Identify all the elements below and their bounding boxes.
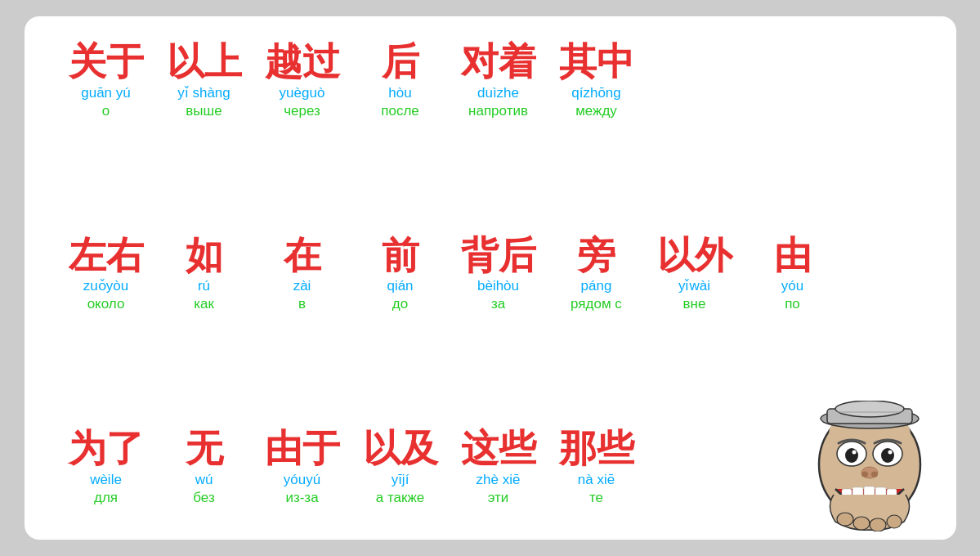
chinese-char: 为了: [69, 428, 144, 469]
word-block-r1-w5: 旁pángрядом с: [548, 235, 646, 314]
pinyin-text: hòu: [388, 84, 411, 102]
chinese-char: 以上: [167, 41, 242, 83]
svg-point-5: [881, 448, 894, 463]
russian-text: за: [491, 295, 505, 313]
pinyin-text: nà xiē: [578, 471, 615, 489]
chinese-char: 以外: [657, 235, 732, 276]
word-block-r2-w5: 那些nà xiēте: [548, 428, 646, 507]
word-block-r2-w4: 这些zhè xiēэти: [450, 428, 548, 507]
russian-text: до: [392, 295, 408, 313]
svg-point-18: [870, 518, 886, 531]
word-block-r0-w5: 其中qízhōngмежду: [548, 41, 646, 120]
word-block-r2-w0: 为了wèileдля: [57, 428, 155, 507]
main-card: 关于guān yúо以上yǐ shàngвыше越过yuèguòчерез后hò…: [25, 16, 956, 540]
chinese-char: 左右: [69, 235, 144, 276]
chinese-char: 关于: [69, 41, 144, 83]
russian-text: около: [87, 295, 125, 313]
word-block-r0-w3: 后hòuпосле: [351, 41, 450, 120]
russian-text: через: [284, 102, 320, 120]
word-block-r1-w2: 在zàiв: [253, 235, 351, 314]
svg-point-10: [871, 472, 878, 478]
word-block-r1-w1: 如rúкак: [155, 235, 253, 314]
row-1: 关于guān yúо以上yǐ shàngвыше越过yuèguòчерез后hò…: [57, 41, 924, 128]
word-block-r1-w6: 以外yǐwàiвне: [646, 235, 744, 314]
russian-text: без: [193, 489, 214, 507]
chinese-char: 越过: [265, 41, 340, 83]
chinese-char: 那些: [559, 428, 634, 469]
svg-point-17: [853, 517, 870, 530]
word-block-r1-w0: 左右zuǒyòuоколо: [57, 235, 155, 314]
russian-text: из-за: [285, 489, 318, 507]
pinyin-text: guān yú: [81, 84, 131, 102]
row-3: 为了wèileдля无wúбез由于yóuyúиз-за以及yījíа такж…: [57, 428, 924, 515]
chinese-char: 背后: [461, 235, 536, 276]
russian-text: а также: [376, 489, 425, 507]
russian-text: рядом с: [571, 295, 622, 313]
row-2: 左右zuǒyòuоколо如rúкак在zàiв前qiánдо背后bèihòuз…: [57, 235, 924, 322]
chinese-char: 其中: [559, 41, 634, 83]
russian-text: эти: [488, 489, 509, 507]
pinyin-text: yóu: [781, 277, 803, 295]
svg-point-22: [835, 401, 904, 417]
russian-text: напротив: [468, 102, 528, 120]
pinyin-text: wèile: [90, 471, 122, 489]
pinyin-text: bèihòu: [477, 277, 519, 295]
word-block-r2-w1: 无wúбез: [155, 428, 253, 507]
russian-text: те: [589, 489, 603, 507]
word-block-r0-w2: 越过yuèguòчерез: [253, 41, 351, 120]
pinyin-text: yuèguò: [280, 84, 325, 102]
svg-point-7: [888, 451, 892, 455]
word-block-r1-w4: 背后bèihòuза: [450, 235, 548, 314]
svg-point-6: [852, 451, 856, 455]
pinyin-text: duìzhe: [477, 84, 519, 102]
word-block-r2-w2: 由于yóuyúиз-за: [253, 428, 351, 507]
pinyin-text: páng: [581, 277, 612, 295]
chinese-char: 无: [186, 428, 223, 469]
russian-text: о: [102, 102, 110, 120]
russian-text: вне: [683, 295, 706, 313]
russian-text: как: [194, 295, 214, 313]
svg-point-19: [887, 515, 902, 528]
russian-text: в: [298, 295, 306, 313]
chinese-char: 由: [774, 235, 812, 276]
pinyin-text: yǐ shàng: [177, 84, 230, 102]
svg-point-16: [837, 513, 853, 526]
word-block-r0-w4: 对着duìzheнапротив: [450, 41, 548, 120]
russian-text: по: [785, 295, 800, 313]
svg-point-4: [845, 448, 858, 463]
word-block-r0-w0: 关于guān yúо: [57, 41, 155, 120]
chinese-char: 对着: [461, 41, 536, 83]
word-block-r2-w3: 以及yījíа также: [351, 428, 450, 507]
chinese-char: 由于: [265, 428, 340, 469]
pinyin-text: zài: [293, 277, 311, 295]
pinyin-text: zhè xiē: [477, 471, 521, 489]
svg-point-9: [861, 472, 868, 478]
russian-text: для: [94, 489, 118, 507]
chinese-char: 旁: [578, 235, 615, 276]
chinese-char: 以及: [363, 428, 438, 469]
russian-text: между: [575, 102, 617, 120]
pinyin-text: qián: [387, 277, 413, 295]
pinyin-text: qízhōng: [571, 84, 621, 102]
russian-text: после: [381, 102, 419, 120]
chinese-char: 如: [186, 235, 223, 276]
chinese-char: 后: [382, 41, 419, 83]
chinese-char: 这些: [461, 428, 536, 469]
chinese-char: 在: [284, 235, 321, 276]
pinyin-text: rú: [198, 277, 210, 295]
word-block-r1-w7: 由yóuпо: [744, 235, 842, 314]
word-block-r1-w3: 前qiánдо: [351, 235, 450, 314]
pinyin-text: yījí: [392, 471, 409, 489]
chinese-char: 前: [382, 235, 419, 276]
pinyin-text: yóuyú: [284, 471, 320, 489]
russian-text: выше: [186, 102, 222, 120]
word-block-r0-w1: 以上yǐ shàngвыше: [155, 41, 253, 120]
pinyin-text: zuǒyòu: [83, 277, 128, 295]
troll-face-svg: [811, 401, 942, 531]
pinyin-text: wú: [195, 471, 213, 489]
pinyin-text: yǐwài: [678, 277, 710, 295]
troll-face-image: [811, 401, 942, 531]
